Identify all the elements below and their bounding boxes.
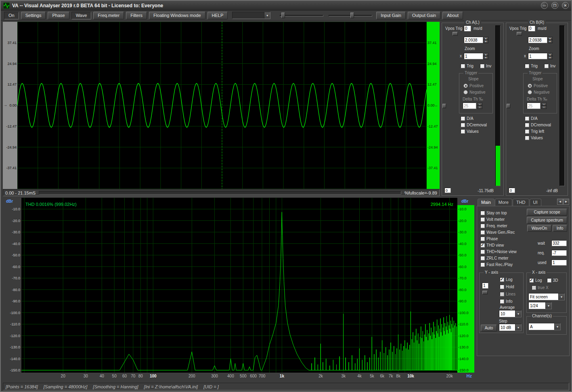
channel-b-delta-spinner[interactable]: ▲▼ [541, 103, 547, 109]
channel-b-inv-checkbox[interactable] [544, 64, 549, 68]
toolbar-button-phase[interactable]: Phase [48, 12, 69, 19]
tab-more[interactable]: More [495, 199, 512, 206]
chevron-down-icon[interactable]: ▼ [558, 293, 564, 300]
y-axis-log-checkbox[interactable] [500, 277, 504, 282]
capture-scope-button[interactable]: Capture scope [527, 209, 567, 216]
channel-a-timebase-spinner-up-icon[interactable]: ▲ [483, 37, 488, 40]
toolbar-button-output-gain[interactable]: Output Gain [408, 12, 440, 19]
channel-b-zoom-spinner[interactable]: ▲▼ [547, 53, 553, 59]
channel-a-trig-checkbox[interactable] [461, 64, 465, 68]
slider-thumb[interactable] [281, 13, 285, 18]
channel-a-vpos-slider[interactable] [453, 32, 458, 36]
fit-screen-select[interactable]: Fit screen ▼ [528, 293, 565, 300]
channel-b-timebase-spinner[interactable]: ▲▼ [547, 37, 553, 43]
channel-b-timebase-spinner-down-icon[interactable]: ▼ [547, 40, 553, 43]
channel-a-inv-checkbox[interactable] [480, 64, 484, 68]
channel-b-delta-spinner-up-icon[interactable]: ▲ [541, 103, 547, 106]
channel-b-trig-checkbox[interactable] [525, 64, 529, 68]
view-wave-gen-rec-checkbox[interactable] [480, 230, 485, 235]
chevron-down-icon[interactable]: ▼ [554, 323, 560, 330]
channel-a-timebase-spinner[interactable]: ▲▼ [483, 37, 488, 43]
tab-ui[interactable]: UI [530, 199, 541, 206]
view-phase-checkbox[interactable] [480, 237, 485, 241]
view-thd-view-checkbox[interactable] [480, 243, 485, 247]
channel-a-delta-spinner[interactable]: ▲▼ [477, 103, 482, 109]
minimize-button[interactable]: — [541, 2, 548, 9]
slider-thumb[interactable] [350, 13, 354, 18]
toolbar-button-freq-meter[interactable]: Freq.meter [93, 12, 124, 19]
scope-scrollbar[interactable] [39, 191, 401, 195]
x-axis-true-x-checkbox[interactable] [532, 285, 536, 290]
channel-b-delta-field[interactable]: 25 [527, 103, 541, 109]
tab-main[interactable]: Main [478, 199, 494, 206]
channel-a-delta-field[interactable]: 25 [463, 103, 476, 109]
x-axis-log-checkbox[interactable] [529, 278, 534, 283]
chevron-down-icon[interactable]: ▼ [545, 302, 551, 309]
toolbar-button-about[interactable]: About [442, 12, 463, 19]
title-bar[interactable]: VA -- Visual Analyser 2019 r.0 BETA 64 b… [1, 1, 571, 10]
chevron-down-icon[interactable]: ▼ [515, 324, 521, 331]
channel-b-zoom-spinner-down-icon[interactable]: ▼ [547, 56, 553, 59]
channel-b-option-values-checkbox[interactable] [525, 136, 529, 140]
channel-b-zoom-spinner-up-icon[interactable]: ▲ [547, 53, 553, 56]
channel-b-option-d-a-checkbox[interactable] [525, 116, 529, 121]
channel-b-timebase-spinner-up-icon[interactable]: ▲ [547, 37, 553, 40]
toolbar-slider-1[interactable] [280, 12, 323, 19]
channel-b-option-dcremoval-checkbox[interactable] [525, 123, 529, 127]
oscilloscope-plot[interactable] [17, 22, 427, 189]
y-axis-hold-checkbox[interactable] [500, 285, 504, 289]
tab-thd[interactable]: THD [513, 199, 529, 206]
toolbar-button-on[interactable]: On [4, 12, 19, 19]
wait-field[interactable]: 332 [551, 240, 567, 246]
waveon-button[interactable]: WaveOn [527, 225, 551, 232]
channel-a-option-values-checkbox[interactable] [461, 129, 465, 134]
channel-b-vpos-slider[interactable] [517, 32, 522, 36]
channel-a-slope-positive-radio[interactable] [463, 84, 468, 88]
channel-b-delta-spinner-down-icon[interactable]: ▼ [541, 106, 547, 109]
channel-b-zoom-field[interactable]: 1 [528, 53, 547, 59]
channel-a-option-dcremoval-checkbox[interactable] [461, 123, 465, 127]
toolbar-combo[interactable]: ▼ [232, 12, 270, 19]
channel-b-option-trig-left-checkbox[interactable] [525, 129, 529, 134]
channel-a-zoom-field[interactable]: 1 [464, 53, 483, 59]
close-button[interactable]: ✕ [562, 2, 569, 9]
toolbar-button-wave[interactable]: Wave [71, 12, 92, 19]
spectrum-plot[interactable] [21, 198, 457, 373]
ratio-select[interactable]: 1/24 ▼ [528, 302, 552, 309]
channel-a-vpos-value-field[interactable]: 0 [464, 25, 471, 31]
y-axis-info-checkbox[interactable] [500, 299, 504, 304]
maximize-button[interactable]: ❐ [551, 2, 558, 9]
auto-button[interactable]: Auto [481, 325, 497, 331]
view-thd-noise-view-checkbox[interactable] [480, 249, 485, 254]
tab-scroll-right-icon[interactable]: ► [563, 199, 569, 205]
step-select[interactable]: 10 dB ▼ [499, 324, 522, 331]
average-select[interactable]: 10 ▼ [499, 310, 522, 317]
view-zrlc-meter-checkbox[interactable] [480, 256, 485, 260]
used-field[interactable]: 1 [551, 260, 567, 266]
x-axis-3d-checkbox[interactable] [547, 278, 551, 283]
channel-a-timebase-spinner-down-icon[interactable]: ▼ [483, 40, 488, 43]
info-button[interactable]: Info [553, 225, 567, 232]
view-fast-rec-play-checkbox[interactable] [480, 262, 485, 267]
y-marker-field[interactable]: 1 [482, 283, 488, 289]
channel-b-vpos-value-field[interactable]: 0 [528, 25, 535, 31]
channel-a-vpos-track-thumb[interactable] [442, 104, 446, 108]
channel-a-slope-negative-radio[interactable] [463, 90, 468, 94]
channel-b-slope-positive-radio[interactable] [528, 84, 532, 88]
toolbar-slider-2[interactable] [329, 12, 372, 19]
channel-b-slope-negative-radio[interactable] [528, 90, 532, 94]
tab-scroll-left-icon[interactable]: ◄ [557, 199, 563, 205]
chevron-down-icon[interactable]: ▼ [264, 12, 270, 19]
channel-a-timebase-field[interactable]: 2.0938 [464, 37, 483, 43]
channel-a-zoom-spinner[interactable]: ▲▼ [483, 53, 488, 59]
channel-b-timebase-field[interactable]: 2.0938 [528, 37, 547, 43]
view-volt-meter-checkbox[interactable] [480, 217, 485, 222]
toolbar-button-settings[interactable]: Settings [21, 12, 46, 19]
req-field[interactable]: -7 [551, 250, 567, 256]
channel-a-option-d-a-checkbox[interactable] [461, 116, 465, 121]
y-marker-slider[interactable] [482, 291, 488, 294]
toolbar-button-help[interactable]: HELP [207, 12, 228, 19]
channel-b-vpos-track-thumb[interactable] [507, 104, 510, 108]
capture-spectrum-button[interactable]: Capture spectrum [527, 217, 567, 224]
channel-a-zoom-spinner-down-icon[interactable]: ▼ [483, 56, 488, 59]
